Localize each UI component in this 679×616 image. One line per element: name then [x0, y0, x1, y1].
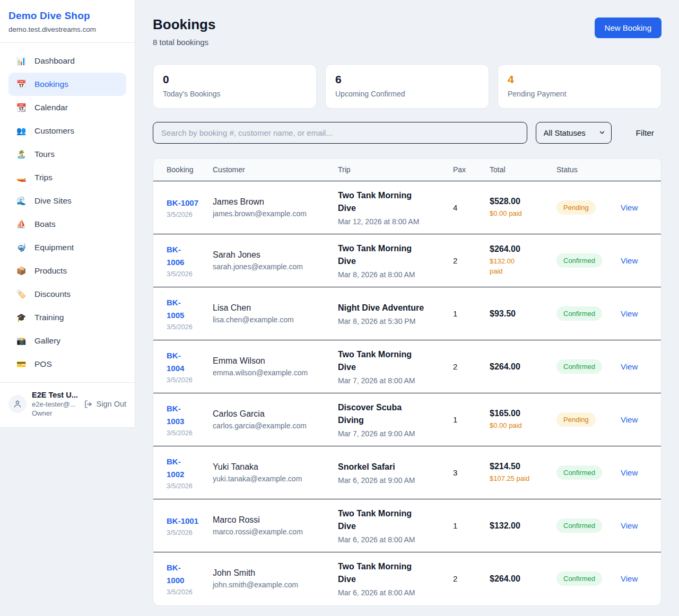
- customer-email: sarah.jones@example.com: [213, 262, 334, 271]
- total-amount: $264.00: [490, 362, 552, 372]
- sidebar-item-gallery[interactable]: 📸 Gallery: [8, 329, 126, 353]
- table-row: BK- 1004 3/5/2026 Emma Wilson emma.wilso…: [153, 340, 661, 393]
- sidebar-item-label: Gallery: [34, 336, 60, 346]
- trip-datetime: Mar 8, 2026 at 8:00 AM: [338, 270, 449, 279]
- table-row: BK- 1000 3/5/2026 John Smith john.smith@…: [153, 552, 661, 605]
- sidebar-item-calendar[interactable]: 📆 Calendar: [8, 96, 126, 119]
- status-badge: Confirmed: [556, 253, 602, 268]
- status-badge: Confirmed: [556, 465, 602, 480]
- sidebar-item-equipment[interactable]: 🤿 Equipment: [8, 236, 126, 259]
- view-link[interactable]: View: [621, 574, 638, 583]
- sidebar-item-customers[interactable]: 👥 Customers: [8, 119, 126, 143]
- sidebar-item-pos[interactable]: 💳 POS: [8, 353, 126, 376]
- status-filter-select[interactable]: All Statuses: [536, 122, 612, 144]
- user-name: E2E Test U...: [32, 391, 79, 399]
- trip-name: Two Tank Morning Dive: [338, 189, 449, 215]
- booking-id-link[interactable]: BK- 1000: [167, 561, 184, 587]
- booking-date: 3/5/2026: [167, 211, 208, 218]
- speedboat-icon: 🚤: [16, 173, 27, 182]
- customer-name: Yuki Tanaka: [213, 462, 334, 472]
- user-role: Owner: [32, 409, 79, 417]
- sidebar-item-tours[interactable]: 🏝️ Tours: [8, 143, 126, 166]
- sidebar-item-label: Calendar: [34, 103, 68, 112]
- view-link[interactable]: View: [621, 468, 638, 477]
- sidebar-item-label: Dive Sites: [34, 196, 72, 206]
- search-input[interactable]: [153, 122, 527, 144]
- new-booking-button[interactable]: New Booking: [595, 17, 661, 38]
- trip-name: Two Tank Morning Dive: [338, 560, 449, 586]
- brand-name: Demo Dive Shop: [8, 10, 126, 22]
- view-link[interactable]: View: [621, 309, 638, 318]
- sidebar-item-trips[interactable]: 🚤 Trips: [8, 166, 126, 189]
- paid-amount: $0.00 paid: [490, 421, 552, 431]
- user-info: E2E Test U... e2e-tester@... Owner: [32, 391, 79, 417]
- booking-id-link[interactable]: BK- 1002: [167, 455, 184, 481]
- view-link[interactable]: View: [621, 256, 638, 265]
- booking-id-link[interactable]: BK-1001: [167, 515, 198, 527]
- booking-date: 3/5/2026: [167, 588, 208, 596]
- total-amount: $264.00: [490, 244, 552, 254]
- trip-datetime: Mar 6, 2026 at 8:00 AM: [338, 535, 449, 544]
- view-link[interactable]: View: [621, 415, 638, 424]
- stat-label: Upcoming Confirmed: [335, 90, 479, 98]
- column-header-booking: Booking: [153, 159, 213, 181]
- customer-name: Sarah Jones: [213, 250, 334, 260]
- sidebar-item-discounts[interactable]: 🏷️ Discounts: [8, 283, 126, 306]
- table-row: BK-1001 3/5/2026 Marco Rossi marco.rossi…: [153, 499, 661, 552]
- booking-id-link[interactable]: BK- 1005: [167, 296, 184, 322]
- booking-id-link[interactable]: BK-1007: [167, 197, 198, 209]
- status-badge: Pending: [556, 200, 596, 215]
- table-row: BK- 1006 3/5/2026 Sarah Jones sarah.jone…: [153, 234, 661, 287]
- column-header-status: Status: [556, 159, 621, 181]
- total-amount: $214.50: [490, 462, 552, 471]
- trip-name: Two Tank Morning Dive: [338, 242, 449, 268]
- app-layout: Demo Dive Shop demo.test.divestreams.com…: [0, 0, 679, 616]
- customer-email: yuki.tanaka@example.com: [213, 474, 334, 483]
- column-header-total: Total: [490, 159, 556, 181]
- table-row: BK- 1002 3/5/2026 Yuki Tanaka yuki.tanak…: [153, 446, 661, 499]
- booking-id-link[interactable]: BK- 1004: [167, 349, 184, 375]
- sidebar-item-label: Customers: [34, 126, 74, 136]
- table-row: BK- 1005 3/5/2026 Lisa Chen lisa.chen@ex…: [153, 287, 661, 340]
- trip-name: Discover Scuba Diving: [338, 401, 449, 427]
- avatar: [8, 395, 27, 413]
- booking-id-link[interactable]: BK- 1003: [167, 402, 184, 428]
- sidebar-item-dashboard[interactable]: 📊 Dashboard: [8, 49, 126, 73]
- sign-out-button[interactable]: Sign Out: [84, 400, 126, 409]
- sidebar-item-label: Equipment: [34, 243, 74, 252]
- customer-name: Emma Wilson: [213, 356, 334, 366]
- trip-datetime: Mar 12, 2026 at 8:00 AM: [338, 217, 449, 226]
- pax-count: 1: [453, 287, 490, 340]
- stat-label: Pending Payment: [508, 90, 651, 98]
- paid-amount: $132.00 paid: [490, 257, 552, 277]
- main-content: Bookings 8 total bookings New Booking 0 …: [135, 0, 679, 616]
- view-link[interactable]: View: [621, 521, 638, 530]
- calendar-icon: 📆: [16, 103, 27, 112]
- customer-email: marco.rossi@example.com: [213, 527, 334, 536]
- customer-email: lisa.chen@example.com: [213, 315, 334, 324]
- pax-count: 1: [453, 499, 490, 552]
- sidebar-item-bookings[interactable]: 📅 Bookings: [8, 73, 126, 96]
- camera-icon: 📸: [16, 336, 27, 346]
- column-header-actions: [621, 159, 661, 181]
- bookings-table-card: Booking Customer Trip Pax Total Status B…: [153, 158, 661, 606]
- sidebar-item-products[interactable]: 📦 Products: [8, 259, 126, 283]
- sidebar-item-label: Discounts: [34, 289, 71, 299]
- view-link[interactable]: View: [621, 362, 638, 371]
- graduation-cap-icon: 🎓: [16, 313, 27, 322]
- brand-domain: demo.test.divestreams.com: [8, 25, 126, 33]
- trip-datetime: Mar 6, 2026 at 8:00 AM: [338, 588, 449, 597]
- sidebar-item-label: Dashboard: [34, 56, 75, 66]
- sidebar: Demo Dive Shop demo.test.divestreams.com…: [0, 0, 135, 428]
- filter-button[interactable]: Filter: [629, 128, 661, 138]
- sidebar-item-training[interactable]: 🎓 Training: [8, 306, 126, 329]
- status-badge: Confirmed: [556, 571, 602, 586]
- booking-id-link[interactable]: BK- 1006: [167, 243, 184, 269]
- sidebar-item-dive-sites[interactable]: 🌊 Dive Sites: [8, 189, 126, 213]
- trip-datetime: Mar 8, 2026 at 5:30 PM: [338, 317, 449, 325]
- person-icon: [13, 399, 22, 409]
- trip-name: Night Dive Adventure: [338, 302, 449, 314]
- trip-datetime: Mar 6, 2026 at 9:00 AM: [338, 476, 449, 485]
- view-link[interactable]: View: [621, 203, 638, 212]
- sidebar-item-boats[interactable]: ⛵ Boats: [8, 213, 126, 236]
